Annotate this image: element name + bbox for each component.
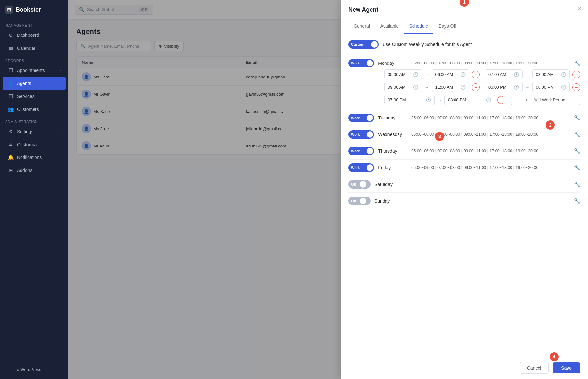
sidebar-item-label: Customize: [17, 142, 38, 147]
time-input-start[interactable]: 05:00 PM 🕐: [485, 82, 523, 92]
sidebar-item-appointments[interactable]: ☐ Appointments ›: [3, 64, 66, 77]
sunday-day-row: Off Sunday 🔧: [348, 193, 580, 209]
toggle-knob: [360, 181, 366, 188]
time-input-end[interactable]: 08:00 AM 🕐: [532, 69, 570, 79]
time-input-end[interactable]: 06:00 AM 🕐: [432, 69, 469, 79]
time-value: 09:00 AM: [388, 85, 406, 90]
monday-day-row: Work Monday 05:00~06:00 | 07:00~08:00 | …: [348, 55, 580, 69]
customers-icon: 👥: [8, 106, 14, 112]
custom-toggle-label: Custom: [348, 40, 367, 49]
friday-toggle-label: Work: [348, 163, 362, 172]
time-input-start[interactable]: 07:00 AM 🕐: [485, 69, 523, 79]
friday-wrench-icon[interactable]: 🔧: [574, 165, 580, 171]
time-input-end[interactable]: 06:00 PM 🕐: [532, 82, 570, 92]
tab-general[interactable]: General: [348, 19, 375, 34]
sidebar-item-dashboard[interactable]: ⊙ Dashboard: [3, 29, 66, 41]
time-input-start[interactable]: 07:00 PM 🕐: [384, 95, 435, 105]
wednesday-label: Wednesday: [378, 132, 407, 137]
time-value: 06:00 PM: [536, 85, 554, 90]
sunday-wrench-icon[interactable]: 🔧: [574, 198, 580, 204]
sidebar-item-services[interactable]: ☐ Services: [3, 90, 66, 103]
time-value: 05:00 AM: [388, 72, 406, 77]
friday-toggle[interactable]: Work: [348, 163, 374, 172]
monday-toggle[interactable]: Work: [348, 59, 374, 67]
thursday-label: Thursday: [378, 148, 407, 154]
modal-body: Custom Use Custom Weekly Schedule for th…: [341, 34, 588, 357]
toggle-knob: [367, 148, 373, 154]
clock-icon: 🕐: [561, 85, 566, 90]
tuesday-toggle[interactable]: Work: [348, 114, 374, 122]
sidebar-item-addons[interactable]: ⊞ Addons: [3, 164, 66, 176]
monday-toggle-switch: [362, 59, 374, 67]
tab-available[interactable]: Available: [375, 19, 404, 34]
time-value: 07:00 PM: [388, 97, 406, 102]
arrow-icon: →: [437, 97, 442, 103]
remove-period-button[interactable]: −: [497, 96, 505, 104]
clock-icon: 🕐: [514, 85, 519, 90]
remove-period-button[interactable]: −: [472, 71, 480, 78]
records-section-label: Records: [0, 55, 68, 64]
cancel-button[interactable]: Cancel: [520, 362, 549, 374]
modal-footer: 4 Cancel Save: [341, 357, 588, 379]
clock-icon: 🕐: [413, 85, 418, 90]
time-value: 07:00 AM: [488, 72, 506, 77]
customize-icon: ≡: [8, 142, 14, 147]
sidebar-item-notifications[interactable]: 🔔 Notifications: [3, 151, 66, 163]
modal-close-button[interactable]: ×: [578, 5, 581, 12]
sunday-toggle[interactable]: Off: [348, 197, 371, 205]
clock-icon: 🕐: [460, 72, 466, 77]
plus-icon: +: [525, 97, 528, 102]
time-input-end[interactable]: 08:00 PM 🕐: [444, 95, 495, 105]
arrow-icon: →: [425, 72, 429, 77]
agents-icon: 👤: [8, 80, 14, 86]
remove-period-button[interactable]: −: [472, 83, 480, 91]
tab-schedule[interactable]: Schedule: [404, 19, 433, 34]
thursday-toggle[interactable]: Work: [348, 147, 374, 155]
sidebar-item-label: Services: [17, 94, 35, 99]
sidebar-item-label: Agents: [17, 81, 31, 86]
chevron-right-icon: ›: [59, 68, 61, 72]
sidebar-back-btn[interactable]: ← To WordPress: [3, 364, 66, 375]
wednesday-toggle-switch: [362, 130, 374, 139]
monday-wrench-icon[interactable]: 🔧: [574, 60, 580, 66]
sidebar-item-label: Calendar: [17, 46, 35, 51]
clock-icon: 🕐: [413, 72, 418, 77]
saturday-wrench-icon[interactable]: 🔧: [574, 181, 580, 187]
management-section-label: Management: [0, 20, 68, 29]
time-input-start[interactable]: 09:00 AM 🕐: [384, 82, 422, 92]
app-logo[interactable]: ⊞ Bookster: [0, 0, 68, 20]
tab-days-off[interactable]: Days Off: [433, 19, 461, 34]
toggle-knob: [367, 115, 373, 121]
clock-icon: 🕐: [460, 85, 466, 90]
sidebar-item-customize[interactable]: ≡ Customize: [3, 138, 66, 150]
sidebar-item-calendar[interactable]: ▦ Calendar: [3, 42, 66, 54]
wednesday-day-row: Work Wednesday 05:00~06:00 | 07:00~08:00…: [348, 126, 580, 143]
arrow-icon: →: [525, 85, 530, 90]
wednesday-wrench-icon[interactable]: 🔧: [574, 132, 580, 137]
sidebar-item-customers[interactable]: 👥 Customers: [3, 103, 66, 116]
remove-period-button[interactable]: −: [572, 71, 580, 78]
saturday-toggle[interactable]: Off: [348, 180, 371, 189]
remove-period-button[interactable]: −: [572, 83, 580, 91]
modal-tabs: General Available Schedule Days Off: [341, 19, 588, 34]
sidebar-item-agents[interactable]: 👤 Agents: [3, 77, 66, 90]
tuesday-day-row: Work Tuesday 05:00~06:00 | 07:00~08:00 |…: [348, 110, 580, 126]
time-value: 08:00 PM: [448, 97, 466, 102]
thursday-wrench-icon[interactable]: 🔧: [574, 148, 580, 154]
wednesday-toggle[interactable]: Work: [348, 130, 374, 139]
time-input-start[interactable]: 05:00 AM 🕐: [384, 69, 422, 79]
time-input-end[interactable]: 11:00 AM 🕐: [432, 82, 469, 92]
sidebar-divider: [8, 360, 61, 360]
sidebar-item-settings[interactable]: ⚙ Settings ›: [3, 125, 66, 138]
sidebar-item-label: Settings: [17, 129, 34, 134]
wednesday-schedule: 05:00~06:00 | 07:00~08:00 | 09:00~11:00 …: [411, 132, 570, 137]
back-arrow-icon: ←: [8, 367, 12, 372]
add-period-button[interactable]: + + Add Work Period: [511, 95, 580, 105]
modal-title: New Agent: [348, 7, 378, 19]
tuesday-wrench-icon[interactable]: 🔧: [574, 115, 580, 121]
custom-toggle[interactable]: Custom: [348, 40, 379, 49]
monday-section: Work Monday 05:00~06:00 | 07:00~08:00 | …: [348, 55, 580, 108]
save-button[interactable]: Save: [553, 362, 580, 373]
clock-icon: 🕐: [514, 72, 519, 77]
time-range-row: 07:00 PM 🕐 → 08:00 PM 🕐 − + +: [384, 95, 580, 105]
